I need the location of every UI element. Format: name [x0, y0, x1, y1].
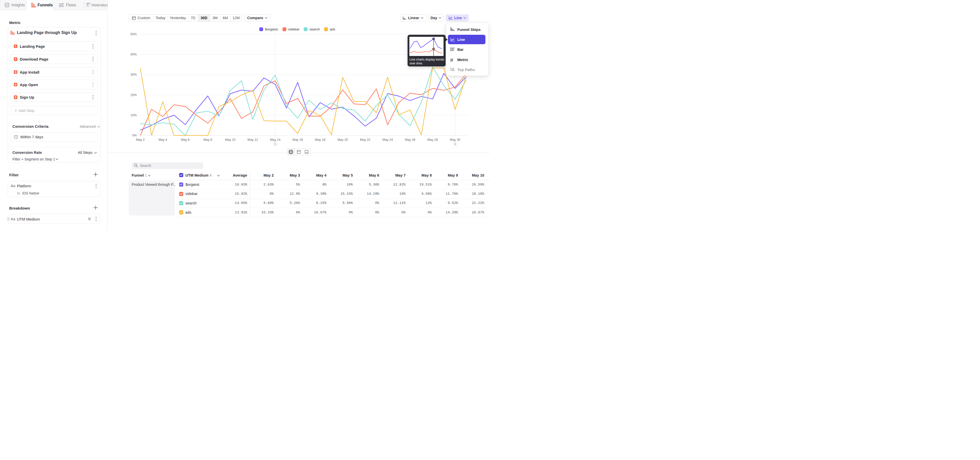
svg-text:30%: 30% [130, 73, 137, 77]
svg-text:May 8: May 8 [204, 138, 212, 142]
svg-text:May 18: May 18 [315, 138, 325, 142]
svg-text:May 20: May 20 [337, 138, 348, 142]
svg-text:20%: 20% [130, 93, 137, 97]
svg-text:May 6: May 6 [181, 138, 189, 142]
svg-text:May 14: May 14 [270, 138, 280, 142]
svg-text:40%: 40% [130, 53, 137, 56]
svg-text:May 4: May 4 [159, 138, 167, 142]
svg-text:May 24: May 24 [382, 138, 393, 142]
svg-text:May 12: May 12 [248, 138, 258, 142]
svg-text:10%: 10% [130, 113, 137, 117]
svg-text:0%: 0% [132, 134, 137, 137]
svg-text:May 16: May 16 [293, 138, 303, 142]
svg-text:May 22: May 22 [360, 138, 370, 142]
svg-text:May 30: May 30 [450, 138, 460, 142]
svg-text:May 28: May 28 [428, 138, 438, 142]
svg-text:May 2: May 2 [136, 138, 145, 142]
svg-text:May 26: May 26 [405, 138, 415, 142]
svg-text:May 10: May 10 [225, 138, 235, 142]
svg-text:50%: 50% [130, 32, 137, 36]
